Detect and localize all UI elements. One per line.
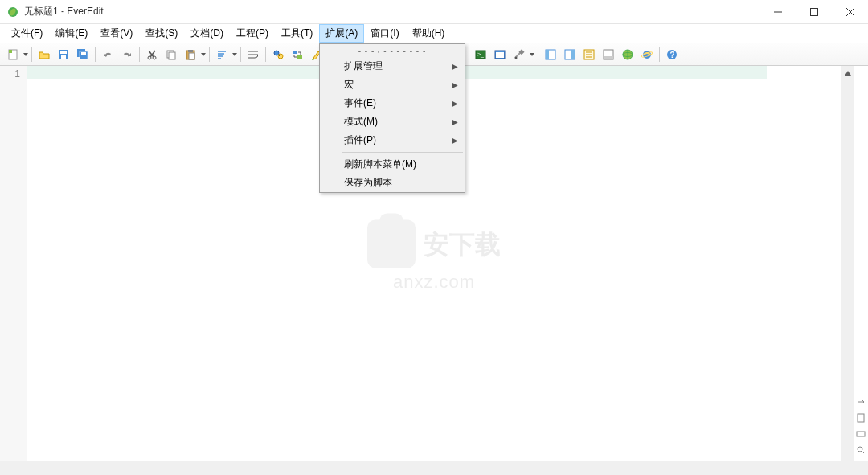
save-button[interactable] [55,46,72,63]
svg-rect-3 [810,8,817,15]
panel1-button[interactable] [542,46,559,63]
submenu-arrow-icon: ▶ [452,136,458,145]
svg-text:>_: >_ [477,51,484,58]
new-file-button[interactable] [4,46,22,63]
dropdown-refresh-scripts[interactable]: 刷新脚本菜单(M) [320,155,465,174]
paste-button[interactable] [182,46,199,63]
open-button[interactable] [35,46,53,63]
margin-arrow-icon[interactable] [856,397,867,408]
svg-rect-8 [60,51,67,54]
watermark-url: anxz.com [367,272,501,293]
copy-button[interactable] [162,46,180,63]
margin-box-icon[interactable] [856,429,867,440]
toolbar-separator [209,47,210,62]
watermark-icon [367,219,416,268]
ie-button[interactable] [638,46,656,63]
panel4-button[interactable] [600,46,617,63]
svg-rect-44 [571,50,575,59]
menu-edit[interactable]: 编辑(E) [49,24,94,43]
menu-help[interactable]: 帮助(H) [406,24,452,43]
svg-rect-58 [858,414,864,422]
menu-tools[interactable]: 工具(T) [275,24,319,43]
menu-view[interactable]: 查看(V) [94,24,139,43]
submenu-arrow-icon: ▶ [452,117,458,126]
svg-point-30 [278,54,283,59]
close-button[interactable] [832,0,868,24]
watermark: 安下载 anxz.com [367,219,501,293]
dropdown-extension-manage[interactable]: 扩展管理▶ [320,57,465,76]
svg-point-15 [148,56,151,59]
svg-point-40 [515,56,518,59]
browser-button[interactable] [491,46,509,63]
margin-doc-icon[interactable] [856,413,867,424]
menu-window[interactable]: 窗口(I) [364,24,405,43]
vertical-scrollbar[interactable] [841,66,854,461]
new-file-dropdown[interactable] [23,53,29,56]
menu-extensions[interactable]: 扩展(A) [319,24,364,43]
svg-text:?: ? [670,51,675,59]
app-icon [6,6,19,18]
web-button[interactable] [619,46,637,63]
extensions-dropdown-menu: - - -⫟- - - - - - - 扩展管理▶ 宏▶ 事件(E)▶ 模式(M… [319,43,465,193]
undo-button[interactable] [99,46,117,63]
svg-rect-18 [169,52,175,59]
save-all-button[interactable] [74,46,92,63]
svg-rect-9 [61,55,66,59]
panel3-button[interactable] [580,46,598,63]
submenu-arrow-icon: ▶ [452,99,458,108]
submenu-arrow-icon: ▶ [452,80,458,89]
maximize-button[interactable] [796,0,832,24]
dropdown-plugins[interactable]: 插件(P)▶ [320,131,465,149]
svg-rect-59 [857,432,865,436]
toolbar-separator [95,47,96,62]
terminal-button[interactable]: >_ [472,46,489,63]
toolbar-separator [139,47,140,62]
svg-rect-20 [188,50,193,52]
dropdown-macro[interactable]: 宏▶ [320,76,465,94]
svg-rect-12 [81,52,86,55]
submenu-arrow-icon: ▶ [452,62,458,71]
svg-rect-32 [293,51,297,54]
menubar: 文件(F) 编辑(E) 查看(V) 查找(S) 文档(D) 工程(P) 工具(T… [0,24,868,43]
menu-search[interactable]: 查找(S) [139,24,184,43]
cut-button[interactable] [143,46,161,63]
scroll-up-arrow[interactable] [841,66,854,80]
settings-dropdown[interactable] [529,53,535,56]
dropdown-tearoff[interactable]: - - -⫟- - - - - - - [320,44,465,57]
line-number: 1 [0,68,27,80]
dropdown-separator [342,152,463,153]
paste-dropdown[interactable] [200,53,207,56]
sort-button[interactable] [213,46,231,63]
dropdown-save-as-script[interactable]: 保存为脚本 [320,174,465,192]
toolbar-separator [265,47,266,62]
dropdown-mode[interactable]: 模式(M)▶ [320,113,465,131]
panel2-button[interactable] [561,46,579,63]
help-button[interactable]: ? [663,46,681,63]
wrap-button[interactable] [244,46,262,63]
svg-rect-37 [496,52,504,58]
find-button[interactable] [269,46,287,63]
dropdown-events[interactable]: 事件(E)▶ [320,94,465,113]
svg-line-61 [862,451,864,453]
redo-button[interactable] [118,46,136,63]
toolbar-separator [659,47,660,62]
settings-button[interactable] [510,46,528,63]
toolbar-separator [538,47,538,62]
svg-rect-50 [604,56,613,59]
toolbar-separator [31,47,32,62]
minimize-button[interactable] [760,0,796,24]
window-controls [760,0,868,24]
menu-file[interactable]: 文件(F) [5,24,49,43]
sort-dropdown[interactable] [231,53,238,56]
svg-rect-33 [297,55,302,59]
svg-point-16 [153,56,156,59]
watermark-text: 安下载 [424,227,501,263]
margin-search-icon[interactable] [856,445,867,457]
toolbar-separator [240,47,241,62]
menu-document[interactable]: 文档(D) [184,24,230,43]
replace-button[interactable] [289,46,306,63]
statusbar [0,461,868,475]
menu-project[interactable]: 工程(P) [230,24,275,43]
line-number-gutter: 1 [0,66,27,461]
right-margin-icons [854,66,868,461]
